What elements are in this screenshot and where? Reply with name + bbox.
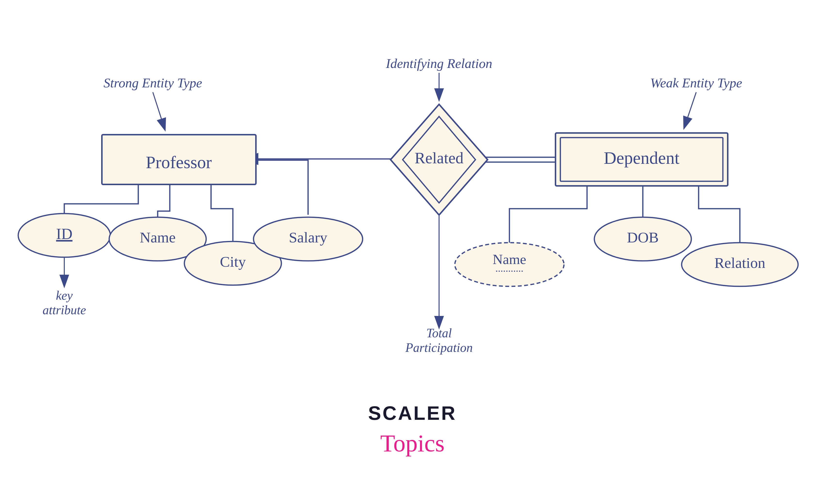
dependent-entity-text: Dependent xyxy=(604,148,679,168)
id-attribute-text: ID xyxy=(56,225,73,242)
total-participation-label-line1: Total xyxy=(426,326,452,340)
key-attribute-label-line1: key xyxy=(56,289,73,302)
diagram-container: Professor Related Dependent ID Name City… xyxy=(0,0,825,504)
name-prof-attribute-text: Name xyxy=(140,229,176,245)
key-attribute-label-line2: attribute xyxy=(43,303,86,317)
name-dep-dots-text: ........... xyxy=(495,263,523,274)
relation-attribute-text: Relation xyxy=(715,255,765,271)
dob-attribute-text: DOB xyxy=(627,229,659,245)
total-participation-label-line2: Participation xyxy=(405,341,472,355)
weak-entity-type-label: Weak Entity Type xyxy=(650,75,742,90)
related-entity-text: Related xyxy=(415,149,464,167)
salary-attribute-text: Salary xyxy=(289,229,327,245)
topics-logo-text: Topics xyxy=(380,430,444,457)
scaler-logo-text: SCALER xyxy=(368,402,457,424)
identifying-relation-label: Identifying Relation xyxy=(386,56,492,71)
strong-entity-type-label: Strong Entity Type xyxy=(103,75,202,90)
city-attribute-text: City xyxy=(220,253,246,270)
professor-entity-text: Professor xyxy=(146,153,212,172)
